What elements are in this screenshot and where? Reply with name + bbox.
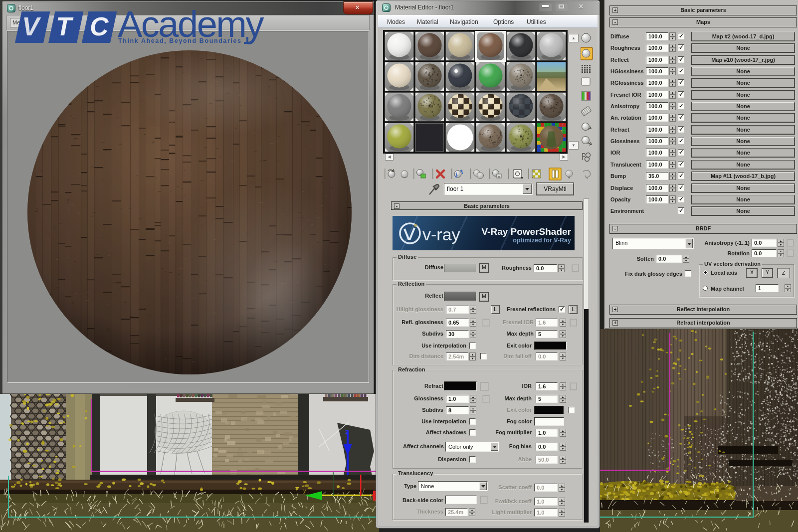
svg-text:y: y (303, 488, 306, 494)
svg-text:z: z (345, 428, 348, 435)
svg-text:v-ray: v-ray (422, 225, 460, 244)
